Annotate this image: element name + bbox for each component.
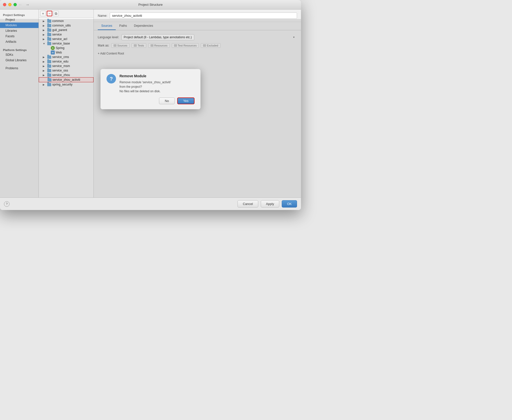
close-button[interactable] xyxy=(3,3,6,6)
name-label: Name: xyxy=(98,14,107,18)
question-icon: ? xyxy=(106,74,116,84)
dialog-buttons: No Yes xyxy=(106,98,194,104)
dialog-header: ? Remove Module Remove module 'service_z… xyxy=(106,74,194,94)
bottom-bar: ? Cancel Apply OK xyxy=(0,198,301,210)
titlebar: ← → Project Structure xyxy=(0,0,301,10)
project-settings-label: Project Settings xyxy=(0,12,38,17)
window-title: Project Structure xyxy=(138,3,163,6)
tree-toolbar: + − ⧉ xyxy=(39,10,94,18)
cancel-button[interactable]: Cancel xyxy=(238,200,258,208)
yes-button[interactable]: Yes xyxy=(177,98,194,104)
name-input[interactable] xyxy=(110,12,297,19)
apply-button[interactable]: Apply xyxy=(261,200,280,208)
dialog-message: Remove module 'service_zhou_activiti' fr… xyxy=(120,80,194,94)
dialog-content: Remove Module Remove module 'service_zho… xyxy=(120,74,194,94)
main-wrapper: Project Settings Project Modules Librari… xyxy=(0,10,301,210)
add-module-button[interactable]: + xyxy=(40,11,46,16)
no-button[interactable]: No xyxy=(159,98,175,104)
copy-module-button[interactable]: ⧉ xyxy=(53,11,59,16)
remove-module-dialog: ? Remove Module Remove module 'service_z… xyxy=(100,69,200,109)
remove-module-button[interactable]: − xyxy=(47,11,52,16)
dialog-title: Remove Module xyxy=(120,74,194,78)
maximize-button[interactable] xyxy=(14,3,17,6)
navigation-arrows: ← → xyxy=(18,2,30,8)
window-controls xyxy=(3,3,17,6)
back-arrow[interactable]: ← xyxy=(18,2,24,8)
help-button[interactable]: ? xyxy=(4,201,10,207)
forward-arrow[interactable]: → xyxy=(24,2,30,8)
dialog-overlay: ? Remove Module Remove module 'service_z… xyxy=(0,19,301,198)
ok-button[interactable]: OK xyxy=(282,200,297,208)
minimize-button[interactable] xyxy=(8,3,12,6)
